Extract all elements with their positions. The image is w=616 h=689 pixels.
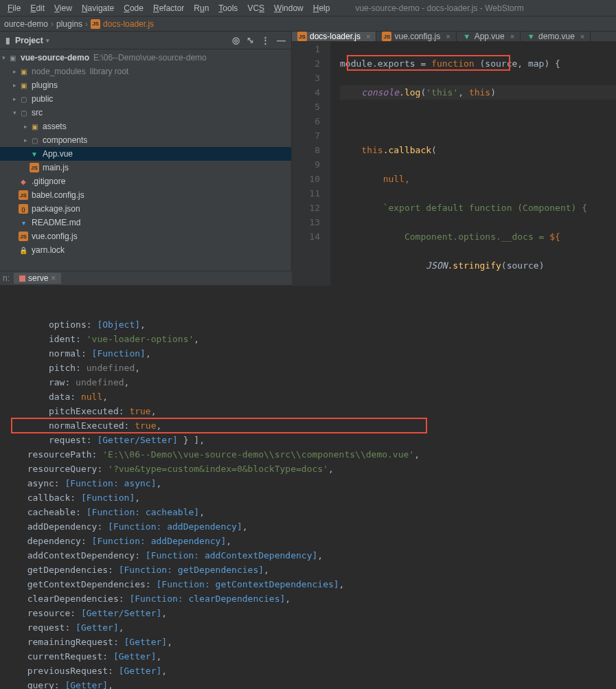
tree-row[interactable]: ▸▣plugins xyxy=(0,78,291,92)
line-number: 7 xyxy=(292,128,320,143)
tree-label: src xyxy=(32,108,43,117)
close-icon[interactable]: × xyxy=(366,32,370,41)
menu-edit[interactable]: Edit xyxy=(25,3,49,13)
breadcrumb: ource-demo › plugins › JS docs-loader.js xyxy=(0,16,616,32)
terminal-line: raw: undefined, xyxy=(16,375,616,389)
collapse-icon[interactable]: ⤡ xyxy=(247,35,254,45)
terminal-line: data: null, xyxy=(16,389,616,404)
git-icon: ◆ xyxy=(18,177,29,186)
tree-root-name: vue-source-demo xyxy=(21,53,89,63)
close-icon[interactable]: × xyxy=(510,32,514,41)
editor-tab[interactable]: ▼App.vue× xyxy=(457,32,521,41)
tree-row[interactable]: ▸▢components xyxy=(0,133,291,147)
target-icon[interactable]: ◎ xyxy=(232,35,240,45)
tree-row[interactable]: ▸▢public xyxy=(0,92,291,106)
js-file-icon: JS xyxy=(382,32,391,41)
js-file-icon: JS xyxy=(29,163,40,172)
tree-arrow-icon[interactable]: ▸ xyxy=(11,68,18,75)
js-file-icon: JS xyxy=(297,32,307,41)
lock-icon: 🔒 xyxy=(18,245,29,255)
menu-view[interactable]: View xyxy=(49,3,77,13)
tree-row[interactable]: JSmain.js xyxy=(0,161,291,174)
more-icon[interactable]: ⋮ xyxy=(261,35,270,45)
terminal-line: cacheable: [Function: cacheable], xyxy=(16,505,616,519)
vue-file-icon: ▼ xyxy=(29,149,40,159)
tree-row[interactable]: JSbabel.config.js xyxy=(0,188,291,202)
terminal-line: async: [Function: async], xyxy=(16,476,616,490)
menu-run[interactable]: Run xyxy=(189,3,214,13)
tree-row[interactable]: ▾▢src xyxy=(0,106,291,120)
run-label: n: xyxy=(3,273,10,283)
vue-file-icon: ▼ xyxy=(526,32,536,41)
close-icon[interactable]: × xyxy=(51,273,56,283)
tree-row[interactable]: ▸▣assets xyxy=(0,120,291,133)
menu-navigate[interactable]: Navigate xyxy=(77,3,119,13)
close-icon[interactable]: × xyxy=(580,32,584,41)
menu-file[interactable]: File xyxy=(3,3,25,13)
close-icon[interactable]: × xyxy=(446,32,450,41)
folder-icon: ▣ xyxy=(29,122,40,131)
run-tab-serve[interactable]: serve × xyxy=(14,273,61,284)
window-title: vue-source-demo - docs-loader.js - WebSt… xyxy=(355,3,523,13)
tree-arrow-icon[interactable]: ▸ xyxy=(22,137,29,144)
tree-row[interactable]: ▸▣node_moduleslibrary root xyxy=(0,65,291,78)
line-number: 4 xyxy=(292,85,320,100)
chevron-down-icon[interactable]: ▾ xyxy=(46,37,49,44)
project-icon: ▮ xyxy=(5,36,12,45)
editor-tab[interactable]: ▼demo.vue× xyxy=(521,32,591,41)
menu-tools[interactable]: Tools xyxy=(214,3,242,13)
project-tree[interactable]: ▾ ▣ vue-source-demo E:\06--Demo\vue-sour… xyxy=(0,49,291,257)
menu-help[interactable]: Help xyxy=(308,3,335,13)
tree-arrow-icon[interactable]: ▸ xyxy=(11,95,18,102)
line-number: 13 xyxy=(292,215,320,229)
menu-code[interactable]: Code xyxy=(119,3,148,13)
tree-row[interactable]: ▾README.md xyxy=(0,216,291,229)
terminal-output[interactable]: options: [Object], ident: 'vue-loader-op… xyxy=(0,286,616,689)
tree-label: App.vue xyxy=(43,149,73,159)
tree-row[interactable]: {}package.json xyxy=(0,202,291,216)
minimize-icon[interactable]: — xyxy=(277,35,286,45)
terminal-line: clearDependencies: [Function: clearDepen… xyxy=(16,591,616,606)
tree-arrow-icon[interactable]: ▸ xyxy=(22,123,29,130)
terminal-line: dependency: [Function: addDependency], xyxy=(16,534,616,548)
js-file-icon: JS xyxy=(18,231,29,241)
folder-icon: ▢ xyxy=(18,94,29,104)
chevron-right-icon: › xyxy=(85,19,88,29)
breadcrumb-part[interactable]: plugins xyxy=(56,19,82,29)
tree-label: vue.config.js xyxy=(32,231,78,241)
breadcrumb-file[interactable]: docs-loader.js xyxy=(103,19,154,29)
folder-icon: ▣ xyxy=(18,80,29,90)
folder-icon: ▢ xyxy=(18,108,29,117)
tree-arrow-icon[interactable]: ▾ xyxy=(11,109,18,116)
line-number: 8 xyxy=(292,143,320,157)
tree-label: components xyxy=(43,135,87,145)
breadcrumb-part[interactable]: ource-demo xyxy=(4,19,48,29)
tree-arrow-icon[interactable]: ▸ xyxy=(11,82,18,89)
json-file-icon: {} xyxy=(18,204,29,214)
tree-root[interactable]: ▾ ▣ vue-source-demo E:\06--Demo\vue-sour… xyxy=(0,51,291,65)
editor-tab[interactable]: JSvue.config.js× xyxy=(376,32,456,41)
tree-label: yarn.lock xyxy=(32,245,65,255)
menubar: File Edit View Navigate Code Refactor Ru… xyxy=(0,0,616,16)
js-file-icon: JS xyxy=(91,19,100,29)
project-sidebar: ▮ Project ▾ ◎ ⤡ ⋮ — ▾ ▣ vue-source-demo … xyxy=(0,32,292,271)
tree-row[interactable]: ◆.gitignore xyxy=(0,174,291,188)
terminal-line: pitchExecuted: true, xyxy=(16,404,616,418)
terminal-line: query: [Getter], xyxy=(16,678,616,689)
terminal-line: request: [Getter], xyxy=(16,620,616,635)
menu-refactor[interactable]: Refactor xyxy=(148,3,189,13)
editor-area: JSdocs-loader.js×JSvue.config.js×▼App.vu… xyxy=(292,32,616,271)
tree-row[interactable]: 🔒yarn.lock xyxy=(0,243,291,257)
editor-tab[interactable]: JSdocs-loader.js× xyxy=(292,32,376,41)
line-number: 14 xyxy=(292,229,320,244)
tree-row[interactable]: ▼App.vue xyxy=(0,147,291,161)
stop-icon xyxy=(19,275,25,282)
sidebar-title[interactable]: Project xyxy=(15,36,43,45)
tree-row[interactable]: JSvue.config.js xyxy=(0,229,291,243)
folder-icon: ▢ xyxy=(29,135,40,145)
terminal-line: ident: 'vue-loader-options', xyxy=(16,332,616,346)
menu-vcs[interactable]: VCS xyxy=(242,3,269,13)
terminal-line: resourceQuery: '?vue&type=custom&index=0… xyxy=(16,462,616,476)
menu-window[interactable]: Window xyxy=(269,3,308,13)
tree-label: README.md xyxy=(32,218,80,227)
